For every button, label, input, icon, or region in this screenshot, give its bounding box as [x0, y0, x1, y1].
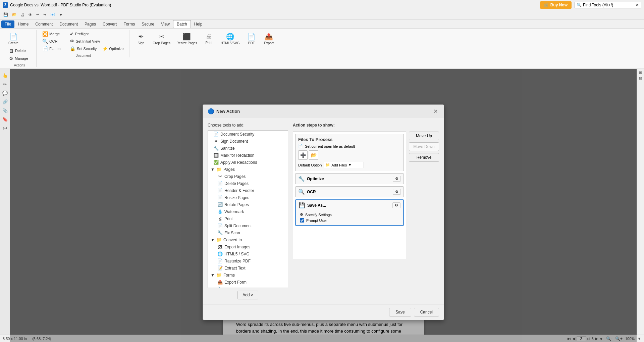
buy-now-button[interactable]: 🛒 Buy Now — [540, 1, 572, 9]
actions-manage-btn[interactable]: ⚙ Manage — [7, 55, 34, 62]
tree-item-mark-redaction[interactable]: 🔲 Mark for Redaction — [208, 152, 288, 159]
menu-document[interactable]: Document — [56, 20, 81, 28]
add-tool-button[interactable]: Add > — [237, 291, 258, 299]
actions-delete-btn[interactable]: 🗑 Delete — [7, 47, 34, 54]
preview-quick-btn[interactable]: 👁 — [27, 12, 34, 17]
save-quick-btn[interactable]: 💾 — [2, 12, 9, 17]
tree-item-sign-document[interactable]: ✒ Sign Document — [208, 138, 288, 145]
manage-label: Manage — [15, 56, 28, 60]
save-as-options-btn[interactable]: ⚙ — [392, 202, 400, 208]
export-icon: 📤 — [265, 33, 273, 41]
find-tools-close[interactable]: ✕ — [636, 3, 639, 7]
menu-help[interactable]: Help — [191, 20, 206, 28]
tree-folder-forms[interactable]: ▼ 📁 Forms — [208, 272, 288, 279]
forms-children: 📤 Export Form 🔧 Flatten Fields 🔄 — [208, 279, 288, 288]
tree-item-document-security[interactable]: 📄 Document Security — [208, 131, 288, 138]
tree-item-export-images[interactable]: 🖼 Export Images — [212, 243, 288, 250]
menu-secure[interactable]: Secure — [138, 20, 158, 28]
sanitize-icon: 🔧 — [213, 146, 219, 151]
right-panel-icon-1[interactable]: ⊞ — [639, 70, 642, 75]
ocr-btn[interactable]: 🔍 OCR — [40, 38, 67, 45]
ocr-options-btn[interactable]: ⚙ — [393, 189, 401, 195]
modal-close-button[interactable]: ✕ — [432, 108, 439, 114]
pdf-btn[interactable]: 📄 PDF — [244, 30, 260, 47]
tree-item-split-document[interactable]: 📄 Split Document — [212, 222, 288, 229]
tree-folder-pages[interactable]: ▼ 📁 Pages — [208, 166, 288, 173]
tree-item-html5-svg[interactable]: 🌐 HTML5 / SVG — [212, 250, 288, 257]
preflight-label: Preflight — [75, 32, 89, 36]
menu-home[interactable]: Home — [14, 20, 32, 28]
menu-batch[interactable]: Batch — [173, 20, 191, 28]
menu-forms[interactable]: Forms — [120, 20, 138, 28]
export-btn[interactable]: 📤 Export — [261, 30, 277, 47]
flatten-btn[interactable]: 📄 Flatten — [40, 45, 67, 52]
dropdown-quick-btn[interactable]: ▼ — [58, 12, 64, 17]
set-initial-view-btn[interactable]: 👁 Set Initial View — [67, 38, 102, 45]
sidebar-icon-attach[interactable]: 📎 — [1, 107, 9, 114]
print-ribbon-btn[interactable]: 🖨 Print — [201, 30, 217, 47]
ocr-icon: 🔍 — [42, 39, 48, 44]
tree-item-header-footer[interactable]: 📄 Header & Footer — [212, 187, 288, 194]
tree-item-export-form[interactable]: 📤 Export Form — [212, 279, 288, 286]
save-as-step: 💾 Save As... ⚙ ⚙ — [295, 199, 404, 226]
cancel-button[interactable]: Cancel — [414, 308, 439, 316]
sign-btn[interactable]: ✒ Sign — [133, 30, 149, 47]
add-files-select[interactable]: 📁 Add Files ▼ — [324, 162, 364, 168]
crop-icon: ✂ — [217, 174, 223, 179]
remove-button[interactable]: Remove — [409, 153, 439, 162]
tree-item-resize-pages[interactable]: 📄 Resize Pages — [212, 194, 288, 201]
flatten-label: Flatten — [49, 47, 61, 51]
crop-pages-tree-label: Crop Pages — [224, 174, 246, 179]
resize-pages-ribbon-btn[interactable]: ⬛ Resize Pages — [174, 30, 200, 47]
tree-item-fix-scan[interactable]: 🔧 Fix Scan — [212, 229, 288, 236]
tree-item-crop-pages[interactable]: ✂ Crop Pages — [212, 173, 288, 180]
move-up-button[interactable]: Move Up — [409, 132, 439, 140]
tree-folder-convert[interactable]: ▼ 📁 Convert to — [208, 236, 288, 243]
menu-convert[interactable]: Convert — [99, 20, 120, 28]
open-quick-btn[interactable]: 📂 — [11, 12, 18, 17]
find-tools-input[interactable]: 🔍 Find Tools (Alt+/) ✕ — [574, 2, 641, 8]
crop-pages-ribbon-btn[interactable]: ✂ Crop Pages — [150, 30, 173, 47]
sidebar-icon-link[interactable]: 🔗 — [1, 98, 9, 105]
resize-pages-tree-label: Resize Pages — [224, 195, 249, 200]
menu-file[interactable]: File — [1, 20, 14, 28]
tools-tree-panel[interactable]: 📄 Document Security ✒ Sign Document 🔧 Sa — [208, 130, 288, 288]
sidebar-icon-edit[interactable]: ✏ — [1, 81, 9, 88]
sidebar-icon-comment[interactable]: 💬 — [1, 89, 9, 97]
html5svg-btn[interactable]: 🌐 HTML5/SVG — [218, 30, 242, 47]
zoom-dropdown-btn[interactable]: ▼ — [637, 336, 641, 341]
tree-item-apply-redactions[interactable]: ✅ Apply All Redactions — [208, 159, 288, 166]
save-action-button[interactable]: Save — [389, 308, 411, 316]
pdf-icon: 📄 — [247, 33, 256, 41]
menu-view[interactable]: View — [158, 20, 173, 28]
tree-item-print[interactable]: 🖨 Print — [212, 215, 288, 222]
sidebar-icon-select[interactable]: 👆 — [1, 72, 9, 79]
tree-item-rasterize-pdf[interactable]: 📄 Rasterize PDF — [212, 257, 288, 264]
tree-item-rotate-pages[interactable]: 🔄 Rotate Pages — [212, 201, 288, 208]
merge-btn[interactable]: 🔀 Merge — [40, 30, 67, 38]
email-quick-btn[interactable]: 📧 — [49, 12, 56, 17]
add-files-plus-btn[interactable]: ➕ — [298, 150, 308, 160]
print-quick-btn[interactable]: 🖨 — [19, 12, 26, 17]
optimize-options-btn[interactable]: ⚙ — [393, 176, 401, 182]
tree-item-delete-pages[interactable]: 📄 Delete Pages — [212, 180, 288, 187]
apply-redactions-icon: ✅ — [213, 160, 219, 165]
prompt-user-checkbox[interactable] — [300, 218, 304, 223]
move-down-button[interactable]: Move Down — [409, 142, 439, 151]
tree-item-sanitize[interactable]: 🔧 Sanitize — [208, 145, 288, 152]
right-panel-icon-2[interactable]: ⊟ — [639, 76, 642, 81]
undo-quick-btn[interactable]: ↩ — [35, 12, 41, 17]
optimize-btn[interactable]: ⚡ Optimize — [100, 45, 126, 52]
sidebar-icon-tag[interactable]: 🏷 — [1, 124, 9, 132]
set-security-btn[interactable]: 🔒 Set Security — [67, 45, 99, 52]
menu-comment[interactable]: Comment — [32, 20, 56, 28]
preflight-btn[interactable]: ✔ Preflight — [67, 30, 94, 38]
redo-quick-btn[interactable]: ↪ — [42, 12, 48, 17]
sidebar-icon-bookmark[interactable]: 🔖 — [1, 115, 9, 123]
tree-item-flatten-fields[interactable]: 🔧 Flatten Fields — [212, 286, 288, 288]
actions-create-btn[interactable]: 📄 Create — [5, 30, 21, 47]
menu-pages[interactable]: Pages — [81, 20, 99, 28]
add-folder-btn[interactable]: 📂 — [309, 150, 318, 160]
tree-item-extract-text[interactable]: 📝 Extract Text — [212, 264, 288, 272]
tree-item-watermark[interactable]: 💧 Watermark — [212, 208, 288, 215]
